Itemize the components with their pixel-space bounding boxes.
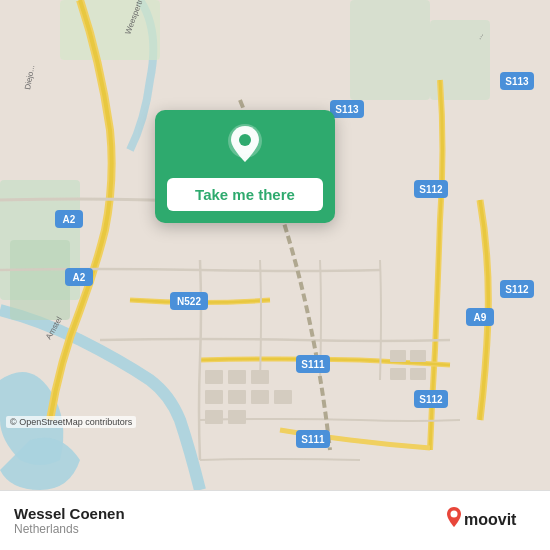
osm-attribution: © OpenStreetMap contributors: [6, 416, 136, 428]
location-country: Netherlands: [14, 522, 125, 536]
svg-rect-3: [350, 0, 430, 100]
moovit-logo-svg: moovit: [446, 505, 536, 537]
svg-text:S113: S113: [335, 104, 359, 115]
svg-point-48: [451, 510, 458, 517]
svg-point-47: [239, 134, 251, 146]
moovit-logo: moovit: [446, 505, 536, 537]
svg-rect-13: [228, 410, 246, 424]
svg-text:A2: A2: [73, 272, 86, 283]
svg-rect-17: [390, 368, 406, 380]
svg-text:S111: S111: [301, 359, 325, 370]
bottom-bar: Wessel Coenen Netherlands moovit: [0, 490, 550, 550]
svg-rect-16: [410, 350, 426, 362]
map-container[interactable]: A2 A2 S113 S113 S112 S112 S112 S111 S111…: [0, 0, 550, 490]
svg-rect-6: [205, 370, 223, 384]
svg-text:moovit: moovit: [464, 511, 517, 528]
svg-rect-2: [10, 240, 70, 320]
svg-text:A2: A2: [63, 214, 76, 225]
svg-rect-14: [274, 390, 292, 404]
popup-card: Take me there: [155, 110, 335, 223]
svg-rect-8: [251, 370, 269, 384]
take-me-there-button[interactable]: Take me there: [167, 178, 323, 211]
svg-text:A9: A9: [474, 312, 487, 323]
svg-rect-12: [205, 410, 223, 424]
svg-text:N522: N522: [177, 296, 201, 307]
svg-rect-10: [228, 390, 246, 404]
svg-text:S113: S113: [505, 76, 529, 87]
svg-text:S112: S112: [505, 284, 529, 295]
svg-text:S112: S112: [419, 184, 443, 195]
svg-rect-15: [390, 350, 406, 362]
svg-text:S112: S112: [419, 394, 443, 405]
svg-text:S111: S111: [301, 434, 325, 445]
svg-rect-7: [228, 370, 246, 384]
location-pin-icon: [223, 124, 267, 168]
location-name: Wessel Coenen: [14, 505, 125, 522]
svg-rect-18: [410, 368, 426, 380]
location-info: Wessel Coenen Netherlands: [14, 505, 125, 536]
svg-rect-5: [60, 0, 160, 60]
svg-rect-11: [251, 390, 269, 404]
svg-rect-9: [205, 390, 223, 404]
